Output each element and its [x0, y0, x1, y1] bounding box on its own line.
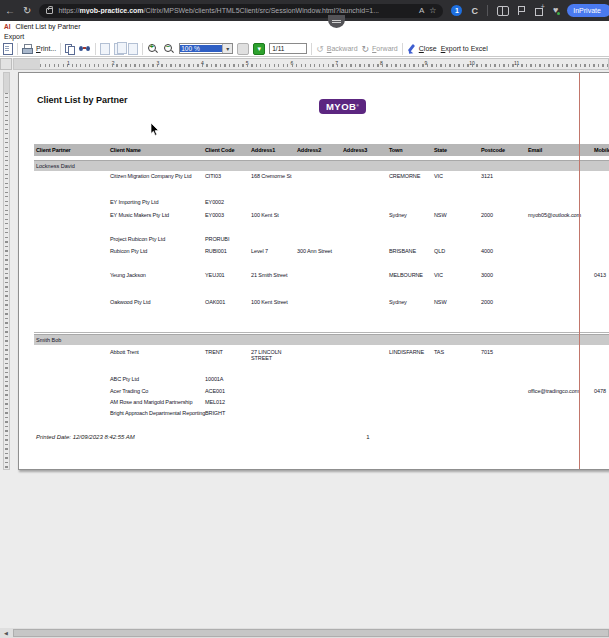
table-cell: LINDISFARNE — [389, 349, 432, 355]
divider — [95, 43, 96, 55]
split-screen-icon[interactable] — [497, 6, 509, 16]
inprivate-badge: InPrivate — [567, 4, 609, 17]
browser-extension-icon[interactable]: C — [471, 6, 478, 16]
printed-date: Printed Date: 12/09/2023 8:42:55 AM — [36, 434, 135, 440]
table-cell: 2000 — [481, 212, 525, 218]
previous-page-icon[interactable] — [237, 43, 249, 55]
sidebar-flag-icon[interactable] — [518, 6, 526, 15]
table-cell: NSW — [434, 299, 479, 305]
zoom-select[interactable]: 100 % ▾ — [179, 43, 233, 54]
table-cell: VIC — [434, 272, 479, 278]
table-cell: YEUJ01 — [205, 272, 249, 278]
ruler-number: 4 — [201, 60, 204, 66]
zoom-value: 100 % — [180, 45, 222, 52]
export-to-excel-button[interactable]: Export to Excel — [441, 45, 488, 52]
ruler-number: 3 — [156, 60, 159, 66]
table-cell: Level 7 — [251, 248, 296, 254]
table-cell: EY Importing Pty Ltd — [110, 199, 206, 205]
table-cell: 0478 — [594, 388, 609, 394]
scrollbar-thumb[interactable] — [13, 629, 609, 637]
report-window-titlebar: AI Client List by Partner — [0, 21, 609, 32]
column-header: Address3 — [343, 147, 387, 153]
forward-icon: ↻ — [362, 44, 370, 54]
zoom-out-icon[interactable]: − — [163, 43, 175, 55]
horizontal-ruler: 1234567891011 — [13, 58, 609, 70]
next-page-icon[interactable]: ▾ — [253, 43, 265, 55]
chevron-down-icon[interactable]: ▾ — [222, 44, 232, 53]
divider — [60, 43, 61, 55]
table-cell: PRORUBI — [205, 236, 249, 242]
table-cell: Bright Approach Departmental Reporting — [110, 410, 206, 416]
group-label: Smith Bob — [36, 337, 61, 343]
table-cell: 100 Kent Street — [251, 299, 296, 305]
export-report-icon[interactable] — [3, 43, 13, 55]
back-icon[interactable]: ← — [5, 0, 15, 21]
report-table: Client PartnerClient NameClient CodeAddr… — [19, 73, 609, 469]
table-cell: 3121 — [481, 173, 525, 179]
forward-button[interactable]: ↻ Forward — [362, 44, 398, 54]
table-cell: CITI03 — [205, 173, 249, 179]
browser-essentials-icon[interactable]: ♥ — [553, 5, 558, 16]
column-header: Town — [389, 147, 432, 153]
column-header: Address1 — [251, 147, 296, 153]
column-header: State — [434, 147, 479, 153]
ruler-number: 8 — [380, 60, 383, 66]
ruler-number: 1 — [67, 60, 70, 66]
collections-icon[interactable] — [535, 6, 544, 15]
menu-export[interactable]: Export — [4, 33, 24, 40]
close-button[interactable]: Close — [407, 44, 437, 54]
table-cell: EY0003 — [205, 212, 249, 218]
favorites-star-icon[interactable]: ☆ — [429, 6, 436, 15]
print-button[interactable]: Print... — [22, 44, 56, 54]
table-cell: TAS — [434, 349, 479, 355]
table-cell: MELBOURNE — [389, 272, 432, 278]
copy-icon[interactable] — [65, 44, 75, 54]
table-cell: OAK001 — [205, 299, 249, 305]
group-row: Lockness David — [34, 160, 609, 171]
table-cell: ACE001 — [205, 388, 249, 394]
multi-page-view-icon[interactable] — [114, 43, 124, 55]
table-cell: Sydney — [389, 212, 432, 218]
column-header: Client Name — [110, 147, 206, 153]
address-bar[interactable]: https://myob-practice.com/Citrix/MPSWeb/… — [39, 4, 443, 18]
page-number: 1 — [360, 434, 376, 440]
table-cell: EY0002 — [205, 199, 249, 205]
ruler-number: 2 — [112, 60, 115, 66]
table-cell: Acer Trading Co — [110, 388, 206, 394]
table-header-row: Client PartnerClient NameClient CodeAddr… — [34, 144, 609, 156]
app-icon: AI — [4, 23, 11, 30]
divider — [17, 43, 18, 55]
refresh-icon[interactable]: ↻ — [23, 0, 31, 21]
divider — [402, 43, 403, 55]
table-cell: Citizen Migration Company Pty Ltd — [110, 173, 206, 179]
zoom-in-icon[interactable]: + — [147, 43, 159, 55]
backward-button[interactable]: ↺ Backward — [316, 44, 357, 54]
horizontal-scrollbar[interactable]: ◀ — [0, 628, 609, 638]
table-cell: myob05@outlook.com — [528, 212, 598, 218]
menu-bar: Export — [0, 32, 609, 41]
printer-icon — [22, 44, 33, 54]
table-cell: 2000 — [481, 299, 525, 305]
single-page-view-icon[interactable] — [100, 43, 110, 55]
section-line — [34, 332, 609, 333]
close-icon — [407, 44, 416, 54]
scroll-left-icon[interactable]: ◀ — [0, 628, 12, 638]
group-label: Lockness David — [36, 163, 75, 169]
ruler-number: 9 — [425, 60, 428, 66]
read-aloud-icon[interactable]: A — [419, 6, 424, 15]
lock-icon — [46, 8, 53, 14]
table-cell: AM Rose and Marigold Partnership — [110, 399, 206, 405]
ruler-corner — [0, 58, 12, 70]
column-header: Email — [528, 147, 598, 153]
ruler-number: 11 — [514, 60, 519, 66]
continuous-view-icon[interactable] — [128, 43, 138, 55]
backward-label: Backward — [327, 45, 358, 52]
report-page: Client List by Partner MYOB® Client Part… — [18, 72, 609, 470]
table-cell: Rubicon Pty Ltd — [110, 248, 206, 254]
password-manager-icon[interactable]: 1 — [451, 5, 462, 16]
column-header: Mobile — [594, 147, 609, 153]
table-cell: Yeung Jackson — [110, 272, 206, 278]
window-title: Client List by Partner — [16, 23, 81, 30]
find-icon[interactable] — [79, 45, 91, 53]
page-number-input[interactable]: 1/11 — [269, 43, 307, 54]
